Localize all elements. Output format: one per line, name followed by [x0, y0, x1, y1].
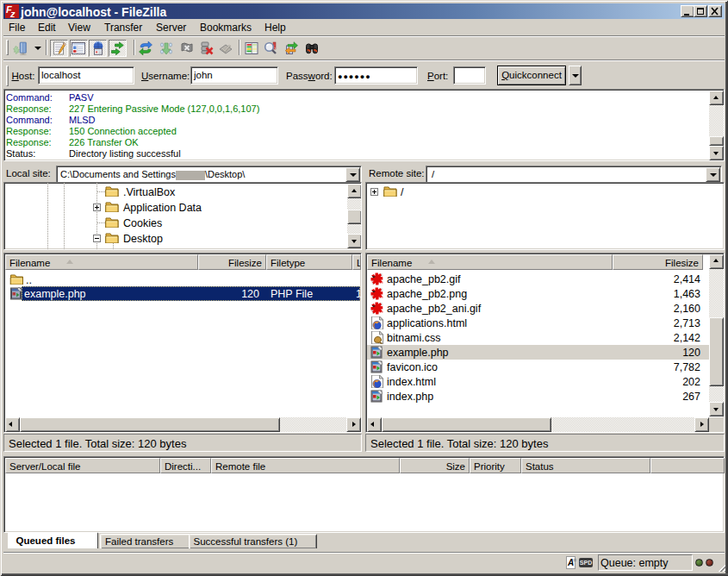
svg-text:z: z: [9, 9, 16, 18]
